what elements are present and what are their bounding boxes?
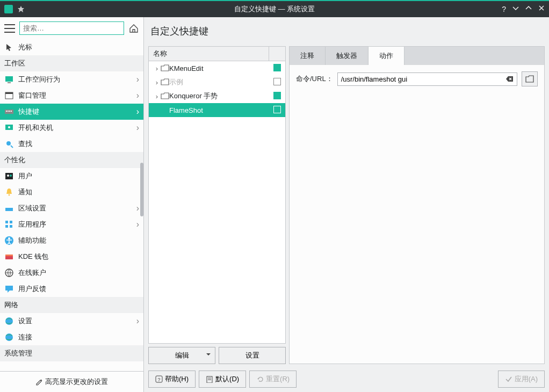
sidebar-item-label: 开机和关机: [18, 123, 53, 133]
sidebar-item-label: 用户: [18, 171, 32, 181]
sidebar-item[interactable]: 辅助功能: [0, 233, 143, 249]
page-title: 自定义快捷键: [148, 21, 545, 43]
help-button[interactable]: ? 帮助(H): [148, 371, 196, 388]
sidebar-item[interactable]: 工作空间行为: [0, 71, 143, 88]
tree-header: 名称: [149, 47, 285, 61]
highlight-changes-button[interactable]: 高亮显示更改的设置: [0, 371, 143, 392]
command-input[interactable]: [341, 75, 506, 83]
tree-body: ›KMenuEdit›示例›Konqueror 手势FlameShot: [149, 61, 285, 343]
sidebar-item[interactable]: 通知: [0, 184, 143, 200]
sidebar-item-label: 窗口管理: [18, 91, 46, 100]
window-icon: [4, 91, 14, 100]
svg-rect-6: [8, 111, 9, 112]
sidebar-item[interactable]: 查找: [0, 136, 143, 152]
apply-button: 应用(A): [498, 371, 545, 388]
browse-button[interactable]: [522, 71, 538, 86]
tree-row-label: 示例: [169, 77, 269, 87]
sidebar-item[interactable]: 快捷键: [0, 104, 143, 120]
defaults-button[interactable]: 默认(D): [199, 371, 246, 388]
sidebar-category: 网络: [0, 297, 143, 313]
svg-point-14: [10, 175, 12, 177]
edit-dropdown-button[interactable]: 编辑: [148, 347, 215, 364]
svg-rect-12: [5, 173, 13, 179]
net-icon: [4, 316, 14, 326]
sidebar-item[interactable]: 设置: [0, 313, 143, 329]
tree-row-label: KMenuEdit: [169, 64, 269, 72]
tree-row-label: Konqueror 手势: [169, 91, 269, 101]
a11y-icon: [4, 236, 14, 245]
expand-icon[interactable]: ›: [153, 78, 161, 86]
search-icon: [4, 139, 14, 149]
tab-content-action: 命令/URL：: [290, 65, 544, 364]
svg-rect-20: [5, 225, 8, 228]
tree-row-checkbox[interactable]: [269, 106, 285, 115]
sidebar-item[interactable]: 连接: [0, 329, 143, 345]
sidebar-item[interactable]: KDE 钱包: [0, 249, 143, 265]
sidebar-item-label: 应用程序: [18, 220, 46, 229]
expand-icon[interactable]: ›: [153, 64, 161, 72]
sidebar-item-label: 辅助功能: [18, 236, 46, 245]
sidebar-category: 工作区: [0, 55, 143, 71]
sidebar-item[interactable]: 窗口管理: [0, 88, 143, 104]
folder-icon: [161, 64, 169, 72]
reset-button: 重置(R): [249, 371, 297, 388]
wallet-icon: [4, 252, 14, 262]
sidebar-item-label: 区域设置: [18, 204, 46, 213]
help-icon[interactable]: ?: [502, 5, 506, 13]
close-icon[interactable]: [538, 5, 545, 13]
tree-header-name[interactable]: 名称: [149, 47, 269, 61]
tree-settings-button[interactable]: 设置: [219, 347, 286, 364]
sidebar: 光标 工作区工作空间行为窗口管理快捷键开机和关机查找个性化用户通知区域设置应用程…: [0, 17, 144, 392]
clear-input-icon[interactable]: [506, 76, 514, 82]
expand-icon[interactable]: ›: [153, 92, 161, 100]
sidebar-item-label: 查找: [18, 139, 32, 149]
svg-point-10: [8, 126, 10, 128]
tree-row-checkbox[interactable]: [269, 92, 285, 101]
pin-icon[interactable]: [17, 5, 25, 13]
sidebar-item-label: 通知: [18, 187, 32, 197]
svg-rect-3: [5, 92, 13, 94]
folder-icon: [161, 92, 169, 100]
sidebar-item-label: 快捷键: [18, 107, 39, 117]
sidebar-item[interactable]: 用户反馈: [0, 281, 143, 297]
tree-row[interactable]: ›KMenuEdit: [149, 61, 285, 75]
sidebar-item[interactable]: 应用程序: [0, 216, 143, 233]
sidebar-item-label: 连接: [18, 332, 32, 342]
maximize-icon[interactable]: [525, 5, 532, 13]
bell-icon: [4, 187, 14, 197]
svg-rect-17: [5, 206, 13, 208]
sidebar-item[interactable]: 用户: [0, 168, 143, 184]
sidebar-item[interactable]: 在线账户: [0, 265, 143, 281]
users-icon: [4, 171, 14, 181]
tree-row-checkbox[interactable]: [269, 78, 285, 87]
tab-trigger[interactable]: 触发器: [326, 47, 369, 65]
svg-rect-5: [6, 111, 7, 112]
svg-point-23: [8, 237, 10, 239]
home-icon[interactable]: [128, 23, 139, 34]
svg-rect-18: [5, 221, 8, 223]
tree-header-check[interactable]: [269, 47, 285, 61]
tree-row[interactable]: ›Konqueror 手势: [149, 89, 285, 103]
svg-point-11: [6, 141, 11, 146]
minimize-icon[interactable]: [512, 5, 519, 13]
sidebar-category: 系统管理: [0, 345, 143, 361]
search-input[interactable]: [19, 21, 124, 35]
scrollbar[interactable]: [140, 163, 143, 216]
svg-rect-27: [5, 286, 13, 291]
tab-action[interactable]: 动作: [369, 47, 404, 65]
tree-row[interactable]: FlameShot: [149, 103, 285, 117]
svg-rect-7: [9, 111, 10, 112]
feedback-icon: [4, 284, 14, 294]
tab-comment[interactable]: 注释: [290, 47, 326, 65]
window-title: 自定义快捷键 — 系统设置: [0, 4, 549, 14]
sidebar-item[interactable]: 开机和关机: [0, 120, 143, 136]
sidebar-footer-label: 高亮显示更改的设置: [45, 378, 108, 386]
bottom-bar: ? 帮助(H) 默认(D) 重置(R) 应用(A): [148, 367, 545, 388]
tree-row[interactable]: ›示例: [149, 75, 285, 89]
sidebar-item-cursor[interactable]: 光标: [0, 39, 143, 55]
sidebar-item-label: 在线账户: [18, 268, 46, 278]
hamburger-icon[interactable]: [4, 24, 15, 33]
sidebar-item[interactable]: 区域设置: [0, 200, 143, 216]
apps-icon: [4, 220, 14, 229]
tree-row-checkbox[interactable]: [269, 64, 285, 73]
